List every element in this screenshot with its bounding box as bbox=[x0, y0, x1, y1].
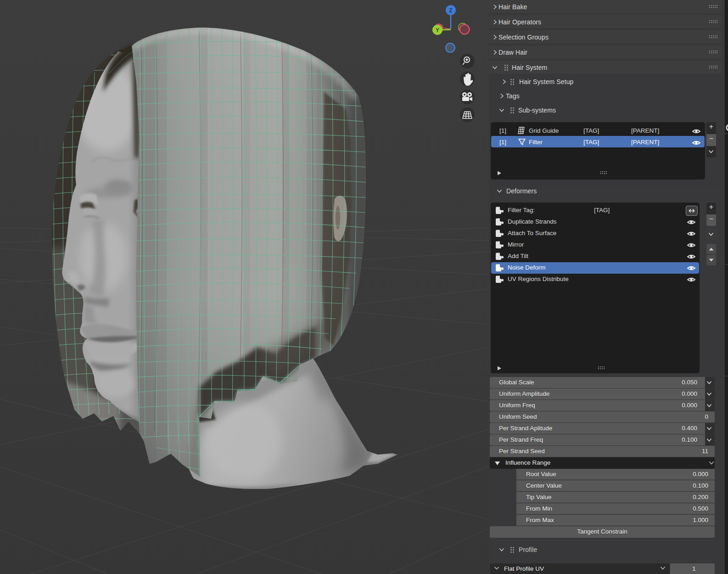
svg-text:Z: Z bbox=[449, 7, 452, 14]
svg-text:Y: Y bbox=[436, 27, 439, 34]
